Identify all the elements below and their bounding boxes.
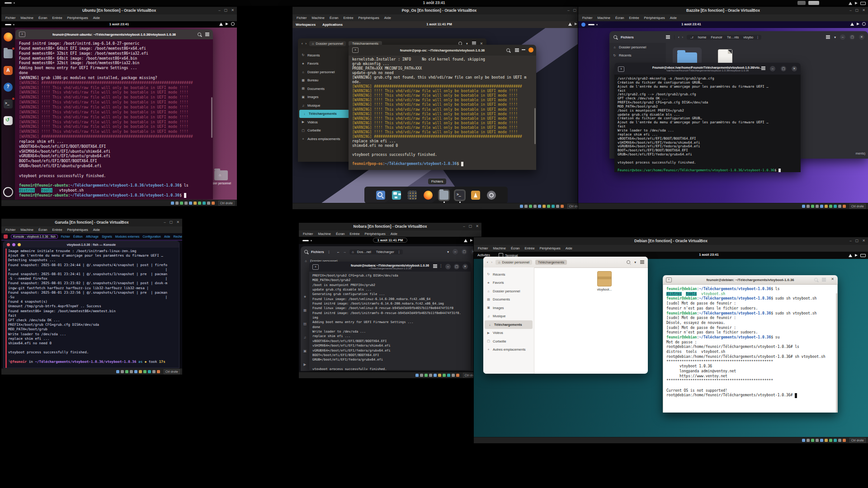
sidebar-mini-icon[interactable]: ▣ — [303, 349, 307, 353]
view-options-icon[interactable]: ▾ — [634, 260, 636, 264]
menu-item[interactable]: Entrée — [524, 246, 534, 250]
minimize-icon[interactable]: – — [218, 8, 220, 13]
menu-item[interactable]: Machine — [312, 16, 325, 20]
debian-title-bar[interactable]: Debian [En fonction] - Oracle VirtualBox… — [474, 237, 868, 245]
sidebar-mini-icon[interactable]: ★ — [303, 295, 307, 299]
menu-item[interactable]: Affichage — [86, 235, 99, 238]
nobara-clock-pill[interactable]: 1 août 11:41 PM — [367, 238, 414, 243]
dock-files-icon[interactable] — [438, 189, 450, 201]
menu-icon[interactable] — [822, 279, 826, 280]
tabs-icon[interactable] — [761, 68, 765, 69]
menu-item[interactable]: Périphériques — [67, 16, 88, 20]
current-crumb-button[interactable]: Téléchargements — [535, 260, 567, 265]
popos-terminal-header[interactable]: feunoir@pop-os: ~/Téléchargements/vtoybo… — [349, 45, 536, 56]
nobara-title-bar[interactable]: Nobara [En fonction] - Oracle VirtualBox… — [299, 223, 481, 230]
dock-apps-icon[interactable] — [406, 189, 418, 201]
sidebar-item-desktop[interactable]: ▦Bureau — [298, 76, 356, 85]
menu-item[interactable]: Modules externes — [115, 235, 140, 238]
minimize-icon[interactable]: – — [840, 34, 845, 40]
tray-window-thumb-icon[interactable] — [808, 1, 819, 5]
menu-item[interactable]: Périphériques — [365, 232, 386, 236]
menu-item[interactable]: Aide — [93, 228, 100, 232]
breadcrumb-segment[interactable]: Dos…nel — [355, 250, 373, 254]
bazzite-clock[interactable]: 1 août 23:41 — [632, 22, 750, 26]
more-icon[interactable]: ⋮ — [439, 264, 443, 268]
sidebar-item-downloads[interactable]: ↓Téléchargements — [485, 320, 533, 329]
menu-item[interactable]: Fichier — [61, 235, 70, 238]
menu-item[interactable]: Fichier — [303, 232, 313, 236]
menu-item[interactable]: Périphériques — [644, 16, 665, 20]
menu-item[interactable]: Aide — [391, 232, 397, 236]
minimize-icon[interactable]: – — [463, 224, 465, 229]
close-icon[interactable] — [528, 47, 533, 52]
activities-pill-icon[interactable] — [588, 24, 594, 25]
close-icon[interactable]: ✕ — [462, 264, 468, 269]
maximize-icon[interactable]: ▢ — [469, 224, 472, 229]
sidebar-item-music[interactable]: ♫Musique — [298, 101, 356, 110]
close-icon[interactable]: ✕ — [176, 220, 179, 225]
tray-window-thumb-icon[interactable] — [797, 1, 806, 5]
sidebar-item-music[interactable]: ♫Musique — [483, 312, 534, 321]
search-icon[interactable] — [814, 278, 818, 282]
menu-icon[interactable] — [640, 262, 644, 263]
debian-clock[interactable]: 1 août 23:41 — [646, 253, 772, 257]
scrollbar[interactable] — [211, 97, 212, 138]
maximize-icon[interactable]: ▢ — [224, 8, 228, 13]
minimize-icon[interactable]: – — [567, 8, 569, 13]
menu-item[interactable]: Écran — [336, 232, 345, 236]
sidebar-item-documents[interactable]: ▤Documents — [298, 84, 356, 93]
breadcrumb-segment[interactable]: Feunoir — [709, 35, 724, 39]
menu-icon[interactable] — [205, 34, 209, 35]
menu-item[interactable]: Écran — [38, 228, 47, 232]
ubuntu-clock[interactable]: 1 août 23:41 — [1, 22, 237, 26]
close-icon[interactable]: ✕ — [831, 277, 834, 281]
debian-system-tray[interactable] — [846, 253, 866, 257]
search-icon[interactable] — [627, 260, 630, 264]
home-crumb-button[interactable]: ⌂Dossier personnel — [309, 41, 346, 46]
terminal-output[interactable]: kernelstub.Installer : INFO No old kerne… — [349, 56, 536, 170]
activities-pill-icon[interactable] — [302, 240, 309, 241]
close-icon[interactable]: ✕ — [792, 66, 797, 71]
sidebar-item-home[interactable]: ⌂Dossier personnel — [298, 68, 356, 76]
maximize-icon[interactable]: ▢ — [781, 66, 786, 71]
home-crumb-button[interactable]: ⌂Dossier personnel — [495, 260, 532, 265]
menu-item[interactable]: Rechercher — [174, 235, 183, 238]
menu-icon[interactable] — [666, 37, 670, 38]
sidebar-item-images[interactable]: ▣Images — [483, 304, 534, 312]
host-system-tray[interactable] — [846, 1, 866, 5]
breadcrumb-segment[interactable]: Té…nts — [725, 35, 741, 39]
garuda-logo-icon[interactable] — [4, 235, 8, 239]
maximize-icon[interactable]: ▢ — [454, 264, 459, 269]
menu-item[interactable]: Entrée — [52, 16, 62, 20]
dock-terminal-icon[interactable] — [454, 189, 466, 201]
sidebar-item-home[interactable]: ⌂Dossier personnel — [609, 43, 666, 52]
forward-icon[interactable]: › — [682, 35, 684, 39]
back-icon[interactable]: ‹ — [678, 35, 679, 39]
back-icon[interactable]: ‹ — [487, 260, 488, 264]
dock-search-icon[interactable] — [375, 189, 387, 201]
menu-item[interactable]: Périphériques — [359, 16, 379, 20]
minimize-icon[interactable]: – — [770, 66, 775, 71]
menu-item[interactable]: Aide — [93, 16, 100, 20]
forward-icon[interactable]: → — [343, 250, 347, 254]
close-icon[interactable]: ✕ — [476, 224, 479, 229]
minimize-icon[interactable]: – — [445, 264, 451, 269]
back-icon[interactable]: ‹ — [302, 42, 303, 46]
terminal-output[interactable]: /usr/sbin/grub2-mkconfig -o /boot/grub2/… — [614, 75, 801, 172]
sidebar-item-recents[interactable]: ↻Récents — [298, 51, 356, 60]
dock-help-icon[interactable] — [2, 81, 14, 93]
menu-item[interactable]: Entrée — [629, 16, 639, 20]
menu-item[interactable]: Entrée — [52, 228, 62, 232]
sidebar-item-recents[interactable]: ↻Récents — [609, 52, 666, 60]
dock-terminal-icon[interactable] — [2, 98, 14, 110]
maximize-icon[interactable]: ▢ — [855, 239, 859, 243]
more-icon[interactable]: ⋮ — [756, 35, 760, 39]
new-tab-icon[interactable]: + — [19, 32, 25, 37]
sidebar-item-trash[interactable]: ▢Corbeille — [298, 127, 356, 135]
minimize-icon[interactable] — [522, 49, 525, 50]
search-icon[interactable] — [613, 35, 617, 39]
ubuntu-terminal-header[interactable]: feunoir@feunoir-ubuntu: ~/Téléchargement… — [15, 29, 213, 39]
maximize-icon[interactable]: ▢ — [170, 220, 173, 225]
maximize-icon[interactable] — [12, 243, 15, 246]
breadcrumb-segment[interactable]: home — [696, 35, 708, 39]
